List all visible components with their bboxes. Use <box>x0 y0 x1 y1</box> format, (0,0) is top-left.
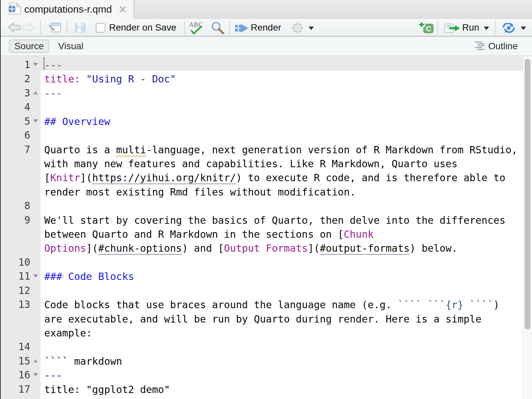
gutter-row: 6 <box>1 128 41 142</box>
code-token-url: #chunk-options <box>98 242 182 254</box>
code-line: between Quarto and R Markdown in the sec… <box>41 227 523 241</box>
code-token-url: #output-formats <box>320 242 410 254</box>
editor-mode-bar: Source Visual Outline <box>0 37 532 56</box>
source-mode-button[interactable]: Source <box>9 40 49 53</box>
gutter-row: 12 <box>1 284 41 298</box>
gutter-row: 4 <box>1 100 41 114</box>
code-editor[interactable]: 1234567891011121314151617 ---title: "Usi… <box>0 56 532 399</box>
line-number: 6 <box>1 128 41 142</box>
gutter-row: 14 <box>1 340 41 354</box>
gutter-row: 1 <box>1 58 41 72</box>
fold-down-icon[interactable] <box>33 274 38 278</box>
fold-up-icon[interactable] <box>33 359 38 362</box>
code-token-text: -language, next generation version of R … <box>146 144 517 156</box>
code-line: Code blocks that use braces around the l… <box>41 298 523 312</box>
gutter-row: 17 <box>1 382 41 396</box>
back-arrow-icon[interactable] <box>8 22 21 34</box>
gear-icon[interactable] <box>291 22 304 36</box>
render-icon[interactable] <box>235 24 248 34</box>
gutter-row <box>1 157 41 171</box>
code-line: --- <box>41 368 523 382</box>
code-token-misspell: multi <box>116 144 146 156</box>
code-token-yaml-delim: --- <box>44 87 62 99</box>
code-line: Quarto is a multi-language, next generat… <box>41 143 523 157</box>
rerun-options-caret-icon[interactable] <box>521 27 526 30</box>
gutter-row: 13 <box>1 298 41 312</box>
pane-left-edge <box>0 0 1 399</box>
save-icon[interactable] <box>75 23 86 34</box>
code-token-code: ```` ```{r} ```` <box>398 299 493 311</box>
code-token-heading: ### Code Blocks <box>44 271 134 282</box>
insert-chunk-icon[interactable]: C <box>418 21 434 37</box>
render-on-save-checkbox[interactable] <box>96 23 105 33</box>
line-number: 14 <box>1 340 41 354</box>
gutter-row: 8 <box>1 199 41 213</box>
outline-list-icon <box>475 41 485 52</box>
tab-bar-empty-area <box>134 0 532 19</box>
run-button-label[interactable]: Run <box>462 19 479 37</box>
fold-down-icon[interactable] <box>33 373 38 376</box>
vertical-scrollbar[interactable] <box>523 56 532 399</box>
rerun-icon[interactable] <box>502 23 515 35</box>
code-line <box>41 129 523 143</box>
code-line: ## Overview <box>41 115 523 129</box>
code-token-text: [ <box>44 172 50 184</box>
forward-arrow-icon[interactable] <box>22 22 35 34</box>
toolbar-separator <box>438 21 438 34</box>
code-token-text: ) <box>493 299 499 311</box>
code-token-text: example: <box>44 327 92 339</box>
line-number: 7 <box>1 143 41 157</box>
code-token-text: ]( <box>308 242 320 254</box>
code-token-text: title: "ggplot2 demo" <box>44 384 170 395</box>
toolbar-separator <box>66 21 67 34</box>
code-token-text: Quarto is a <box>44 144 116 156</box>
fold-down-icon[interactable] <box>33 119 38 123</box>
gutter-row <box>1 227 41 241</box>
toolbar-separator <box>229 21 230 34</box>
scrollbar-thumb[interactable] <box>525 59 530 330</box>
render-button-label[interactable]: Render <box>251 19 281 37</box>
code-token-yaml-str: "Using R - Doc" <box>86 73 176 85</box>
code-token-text: Code blocks that use braces around the l… <box>44 299 398 311</box>
editor-tab-bar: computations-r.qmd <box>0 0 532 19</box>
fold-down-icon[interactable] <box>33 63 38 66</box>
gutter-row <box>1 171 41 185</box>
outline-button[interactable]: Outline <box>475 40 518 53</box>
code-token-text: ) and [ <box>182 242 224 254</box>
gutter-row: 10 <box>1 255 41 269</box>
gutter-row: 15 <box>1 354 41 368</box>
fold-up-icon[interactable] <box>33 91 38 94</box>
tab-close-icon[interactable] <box>119 6 126 13</box>
gutter-row <box>1 241 41 255</box>
gutter-row: 5 <box>1 114 41 128</box>
line-number: 8 <box>1 199 41 213</box>
line-number: 12 <box>1 284 41 298</box>
code-token-url: https://yihui.org/knitr/ <box>92 172 236 184</box>
code-token-text: ```` markdown <box>44 355 122 367</box>
tab-computations-r-qmd[interactable]: computations-r.qmd <box>0 0 134 19</box>
code-line: render most existing Rmd files without m… <box>41 185 523 199</box>
svg-text:C: C <box>426 25 431 33</box>
show-in-new-window-icon[interactable] <box>48 23 61 35</box>
code-line: title: "Using R - Doc" <box>41 72 523 86</box>
quarto-document-icon <box>8 2 22 17</box>
search-icon[interactable] <box>210 22 224 36</box>
code-token-text: We'll start by covering the basics of Qu… <box>44 214 505 226</box>
code-line: title: "ggplot2 demo" <box>41 383 523 397</box>
render-options-caret-icon[interactable] <box>309 27 314 30</box>
visual-mode-button[interactable]: Visual <box>58 40 83 53</box>
line-number: 4 <box>1 100 41 114</box>
code-line <box>41 256 523 270</box>
code-token-link: Knitr <box>50 172 80 184</box>
spellcheck-icon[interactable]: ABC <box>188 21 205 37</box>
code-line: Options](#chunk-options) and [Output For… <box>41 241 523 255</box>
run-icon[interactable] <box>445 24 460 34</box>
code-line: [Knitr](https://yihui.org/knitr/) to exe… <box>41 171 523 185</box>
code-line <box>41 199 523 213</box>
code-token-text: render most existing Rmd files without m… <box>44 186 356 198</box>
run-options-caret-icon[interactable] <box>484 27 489 30</box>
line-number-gutter: 1234567891011121314151617 <box>1 56 41 399</box>
gutter-row: 16 <box>1 368 41 382</box>
rstudio-source-pane: computations-r.qmd <box>0 0 532 399</box>
gutter-row: 7 <box>1 143 41 157</box>
